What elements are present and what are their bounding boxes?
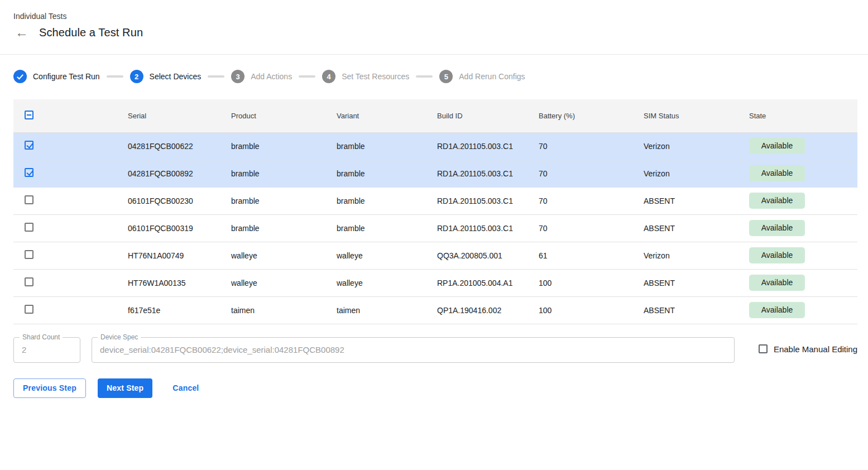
step-connector — [208, 75, 224, 78]
check-icon — [17, 73, 23, 79]
cell-sim-status: Verizon — [644, 242, 749, 269]
cell-battery: 100 — [539, 296, 644, 324]
step-connector — [107, 75, 123, 78]
column-header-product: Product — [231, 99, 337, 132]
step-number-circle: 2 — [130, 70, 143, 83]
cell-build-id: RD1A.201105.003.C1 — [437, 187, 539, 214]
column-header-state: State — [749, 99, 857, 132]
page-title: Schedule a Test Run — [39, 26, 143, 39]
row-checkbox[interactable] — [25, 250, 33, 259]
cell-variant: walleye — [337, 242, 437, 269]
step-select-devices[interactable]: 2 Select Devices — [130, 70, 202, 83]
table-row[interactable]: 04281FQCB00622 bramble bramble RD1A.2011… — [13, 132, 857, 160]
row-checkbox[interactable] — [25, 223, 33, 232]
cell-sim-status: Verizon — [644, 132, 749, 160]
device-spec-field[interactable]: Device Spec device_serial:04281FQCB00622… — [92, 337, 735, 363]
cell-serial: 06101FQCB00230 — [128, 187, 231, 214]
cell-build-id: QP1A.190416.002 — [437, 296, 539, 324]
table-header-row: Serial Product Variant Build ID Battery … — [13, 99, 857, 132]
step-connector — [299, 75, 315, 78]
step-label: Select Devices — [150, 72, 202, 81]
cell-variant: bramble — [337, 160, 437, 187]
shard-count-field[interactable]: Shard Count 2 — [13, 337, 80, 363]
cell-battery: 70 — [539, 160, 644, 187]
actions-row: Previous Step Next Step Cancel — [13, 378, 868, 398]
status-badge: Available — [749, 220, 805, 236]
cell-product: taimen — [231, 296, 337, 324]
cell-variant: taimen — [337, 296, 437, 324]
status-badge: Available — [749, 275, 805, 291]
device-spec-section: Shard Count 2 Device Spec device_serial:… — [13, 337, 857, 363]
cell-serial: f617e51e — [128, 296, 231, 324]
column-header-sim-status: SIM Status — [644, 99, 749, 132]
enable-manual-editing-label: Enable Manual Editing — [774, 344, 857, 354]
step-add-rerun-configs[interactable]: 5 Add Rerun Configs — [439, 70, 525, 83]
column-header-variant: Variant — [337, 99, 437, 132]
cell-product: walleye — [231, 269, 337, 296]
table-row[interactable]: 06101FQCB00230 bramble bramble RD1A.2011… — [13, 187, 857, 214]
column-header-battery: Battery (%) — [539, 99, 644, 132]
table-row[interactable]: HT76W1A00135 walleye walleye RP1A.201005… — [13, 269, 857, 296]
shard-count-label: Shard Count — [20, 333, 63, 341]
row-checkbox[interactable] — [25, 277, 33, 286]
status-badge: Available — [749, 247, 805, 263]
cell-battery: 61 — [539, 242, 644, 269]
cell-product: bramble — [231, 187, 337, 214]
page-header: Individual Tests ← Schedule a Test Run — [0, 0, 868, 55]
step-number-circle: 3 — [231, 70, 244, 83]
shard-count-value: 2 — [22, 345, 26, 354]
step-configure-test-run[interactable]: Configure Test Run — [13, 70, 100, 83]
table-row[interactable]: f617e51e taimen taimen QP1A.190416.002 1… — [13, 296, 857, 324]
cancel-button[interactable]: Cancel — [164, 378, 208, 398]
select-all-checkbox[interactable] — [25, 111, 33, 119]
cell-product: bramble — [231, 132, 337, 160]
device-spec-label: Device Spec — [98, 333, 141, 341]
cell-sim-status: ABSENT — [644, 187, 749, 214]
status-badge: Available — [749, 165, 805, 181]
cell-variant: bramble — [337, 214, 437, 242]
status-badge: Available — [749, 302, 805, 318]
cell-serial: 04281FQCB00622 — [128, 132, 231, 160]
cell-battery: 70 — [539, 132, 644, 160]
breadcrumb: Individual Tests — [13, 12, 868, 21]
cell-build-id: RP1A.201005.004.A1 — [437, 269, 539, 296]
cell-sim-status: ABSENT — [644, 269, 749, 296]
step-add-actions[interactable]: 3 Add Actions — [231, 70, 292, 83]
cell-serial: 06101FQCB00319 — [128, 214, 231, 242]
step-label: Add Actions — [251, 72, 292, 81]
row-checkbox[interactable] — [25, 305, 33, 314]
table-row[interactable]: 04281FQCB00892 bramble bramble RD1A.2011… — [13, 160, 857, 187]
device-spec-value: device_serial:04281FQCB00622;device_seri… — [100, 345, 344, 354]
status-badge: Available — [749, 138, 805, 154]
cell-sim-status: Verizon — [644, 160, 749, 187]
cell-battery: 70 — [539, 187, 644, 214]
step-complete-circle — [13, 70, 27, 83]
enable-manual-editing-checkbox[interactable] — [759, 344, 768, 353]
enable-manual-editing[interactable]: Enable Manual Editing — [759, 344, 857, 354]
cell-product: bramble — [231, 160, 337, 187]
cell-battery: 70 — [539, 214, 644, 242]
row-checkbox[interactable] — [25, 141, 33, 150]
cell-battery: 100 — [539, 269, 644, 296]
step-set-test-resources[interactable]: 4 Set Test Resources — [322, 70, 409, 83]
cell-build-id: RD1A.201105.003.C1 — [437, 160, 539, 187]
status-badge: Available — [749, 193, 805, 209]
column-header-serial: Serial — [128, 99, 231, 132]
step-label: Set Test Resources — [342, 72, 409, 81]
cell-serial: HT76W1A00135 — [128, 269, 231, 296]
step-label: Configure Test Run — [33, 72, 100, 81]
cell-variant: bramble — [337, 132, 437, 160]
previous-step-button[interactable]: Previous Step — [13, 378, 86, 398]
table-row[interactable]: HT76N1A00749 walleye walleye QQ3A.200805… — [13, 242, 857, 269]
step-connector — [416, 75, 433, 78]
cell-build-id: RD1A.201105.003.C1 — [437, 132, 539, 160]
row-checkbox[interactable] — [25, 168, 33, 177]
column-header-build-id: Build ID — [437, 99, 539, 132]
cell-serial: HT76N1A00749 — [128, 242, 231, 269]
cell-sim-status: ABSENT — [644, 214, 749, 242]
back-arrow-icon[interactable]: ← — [15, 26, 28, 39]
cell-build-id: RD1A.201105.003.C1 — [437, 214, 539, 242]
table-row[interactable]: 06101FQCB00319 bramble bramble RD1A.2011… — [13, 214, 857, 242]
next-step-button[interactable]: Next Step — [98, 378, 152, 398]
row-checkbox[interactable] — [25, 195, 33, 204]
